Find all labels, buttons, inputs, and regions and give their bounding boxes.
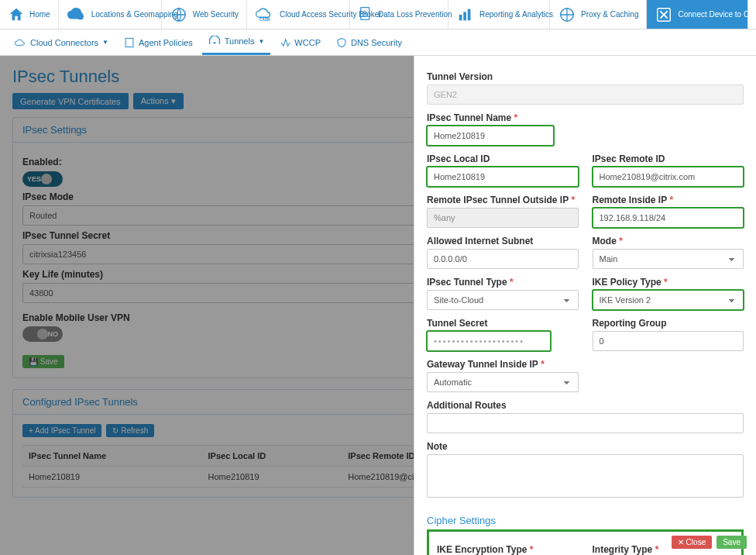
nav-locations-label: Locations & Geomapping <box>91 10 153 19</box>
enabled-toggle[interactable]: YES <box>22 171 63 187</box>
nav-reporting[interactable]: Reporting & Analytics <box>448 0 550 29</box>
remote-inside-input[interactable] <box>593 208 744 228</box>
mode-label: Mode <box>593 236 744 246</box>
sub-nav: Cloud Connectors ▼ Agent Policies Tunnel… <box>0 29 756 56</box>
subnav-dns-label: DNS Security <box>351 38 402 47</box>
policy-icon <box>124 37 135 48</box>
local-id-input[interactable] <box>427 167 579 187</box>
subnav-agent-policies[interactable]: Agent Policies <box>118 29 199 55</box>
bar-chart-icon <box>456 6 475 23</box>
cell-name: Home210819 <box>22 467 202 488</box>
enabled-toggle-text: YES <box>27 175 41 183</box>
subnav-dns-security[interactable]: DNS Security <box>330 29 408 55</box>
ike-enc-label: IKE Encryption Type <box>437 544 579 555</box>
remote-id-label: IPsec Remote ID <box>593 153 744 164</box>
cipher-settings-title: Cipher Settings <box>427 515 744 526</box>
nav-users[interactable]: Users, Groups & Dev <box>748 0 756 29</box>
mobile-toggle-text: NO <box>48 330 59 338</box>
svg-rect-6 <box>463 12 466 20</box>
nav-web-label: Web Security <box>193 10 239 19</box>
form-tunnel-secret-label: Tunnel Secret <box>427 318 579 329</box>
subnav-cloud-connectors[interactable]: Cloud Connectors ▼ <box>8 29 115 55</box>
tunnel-icon <box>208 36 221 47</box>
nav-dlp-label: Data Loss Prevention <box>378 10 440 19</box>
shield-icon <box>336 37 347 48</box>
refresh-button[interactable]: ↻ Refresh <box>106 424 154 437</box>
gateway-inside-label: Gateway Tunnel Inside IP <box>427 359 579 370</box>
cloud-icon <box>14 37 26 48</box>
casb-icon: CASB <box>255 6 275 23</box>
svg-text:CASB: CASB <box>259 18 270 22</box>
settings-save-button[interactable]: 💾 Save <box>22 355 64 368</box>
nav-connect-device[interactable]: Connect Device to Cloud <box>647 0 748 29</box>
nav-proxy-label: Proxy & Caching <box>581 10 638 19</box>
tunnel-type-select[interactable]: Site-to-Cloud <box>427 290 579 310</box>
cloud-pin-icon <box>67 6 87 23</box>
ike-policy-label: IKE Policy Type <box>593 277 744 288</box>
chevron-down-icon: ▼ <box>102 39 108 46</box>
subnav-wccp[interactable]: WCCP <box>273 29 327 55</box>
note-label: Note <box>427 441 744 452</box>
toggle-knob <box>37 329 48 340</box>
nav-proxy[interactable]: Proxy & Caching <box>550 0 647 29</box>
top-nav: Home Locations & Geomapping Web Security… <box>0 0 756 29</box>
nav-connect-label: Connect Device to Cloud <box>678 10 740 19</box>
subnav-wccp-label: WCCP <box>294 38 321 47</box>
subnav-cloud-connectors-label: Cloud Connectors <box>30 38 98 47</box>
reporting-group-label: Reporting Group <box>593 318 744 329</box>
chevron-down-icon: ▼ <box>258 38 264 45</box>
additional-routes-input[interactable] <box>427 413 744 433</box>
subnav-tunnels-label: Tunnels <box>225 36 255 46</box>
tunnel-type-label: IPsec Tunnel Type <box>427 277 579 288</box>
actions-dropdown[interactable]: Actions ▾ <box>133 93 184 109</box>
proxy-icon <box>558 6 576 23</box>
remote-id-input[interactable] <box>593 167 744 187</box>
subnav-tunnels[interactable]: Tunnels ▼ <box>202 29 271 55</box>
wccp-icon <box>280 37 290 48</box>
nav-reporting-label: Reporting & Analytics <box>479 10 541 19</box>
mobile-vpn-toggle[interactable]: NO <box>22 326 63 342</box>
nav-casb-label: Cloud Access Security Broker <box>280 10 342 19</box>
tunnel-version-label: Tunnel Version <box>427 71 744 82</box>
close-button[interactable]: ✕ Close <box>672 536 712 549</box>
gateway-inside-select[interactable]: Automatic <box>427 372 579 392</box>
tunnel-version-select[interactable]: GEN2 <box>427 84 744 105</box>
remote-outside-input[interactable] <box>427 208 579 228</box>
col-name: IPsec Tunnel Name <box>22 446 202 467</box>
nav-locations[interactable]: Locations & Geomapping <box>59 0 162 29</box>
reporting-group-input[interactable] <box>593 331 744 351</box>
subnav-agent-policies-label: Agent Policies <box>139 38 193 47</box>
svg-rect-7 <box>468 9 471 20</box>
form-tunnel-secret-input[interactable] <box>427 331 551 351</box>
svg-rect-4 <box>363 13 367 16</box>
mode-select[interactable]: Main <box>593 249 744 269</box>
tunnel-name-input[interactable] <box>427 126 554 146</box>
note-textarea[interactable] <box>427 454 744 498</box>
nav-dlp[interactable]: Data Loss Prevention <box>350 0 448 29</box>
generate-vpn-cert-button[interactable]: Generate VPN Certificates <box>12 93 129 109</box>
svg-rect-12 <box>125 38 133 47</box>
svg-rect-5 <box>459 15 462 20</box>
settings-save-label: Save <box>40 357 58 366</box>
nav-home[interactable]: Home <box>0 0 59 29</box>
nav-web-security[interactable]: Web Security <box>162 0 247 29</box>
col-local: IPsec Local ID <box>202 446 342 467</box>
local-id-label: IPsec Local ID <box>427 153 579 164</box>
remote-inside-label: Remote Inside IP <box>593 195 744 205</box>
connect-icon <box>655 6 673 23</box>
cell-local: Home210819 <box>202 467 342 488</box>
document-lock-icon <box>358 6 373 23</box>
allowed-subnet-input[interactable] <box>427 249 579 269</box>
globe-icon <box>170 6 188 23</box>
toggle-knob <box>41 174 52 184</box>
allowed-subnet-label: Allowed Internet Subnet <box>427 236 579 246</box>
ike-policy-select[interactable]: IKE Version 2 <box>593 290 744 310</box>
home-icon <box>8 6 25 23</box>
remote-outside-label: Remote IPsec Tunnel Outside IP <box>427 195 579 205</box>
additional-routes-label: Additional Routes <box>427 400 744 411</box>
tunnel-name-label: IPsec Tunnel Name <box>427 112 744 123</box>
form-save-button[interactable]: Save <box>716 536 747 549</box>
nav-casb[interactable]: CASB Cloud Access Security Broker <box>247 0 350 29</box>
nav-home-label: Home <box>29 10 50 19</box>
add-ipsec-tunnel-button[interactable]: + Add IPsec Tunnel <box>22 424 101 437</box>
